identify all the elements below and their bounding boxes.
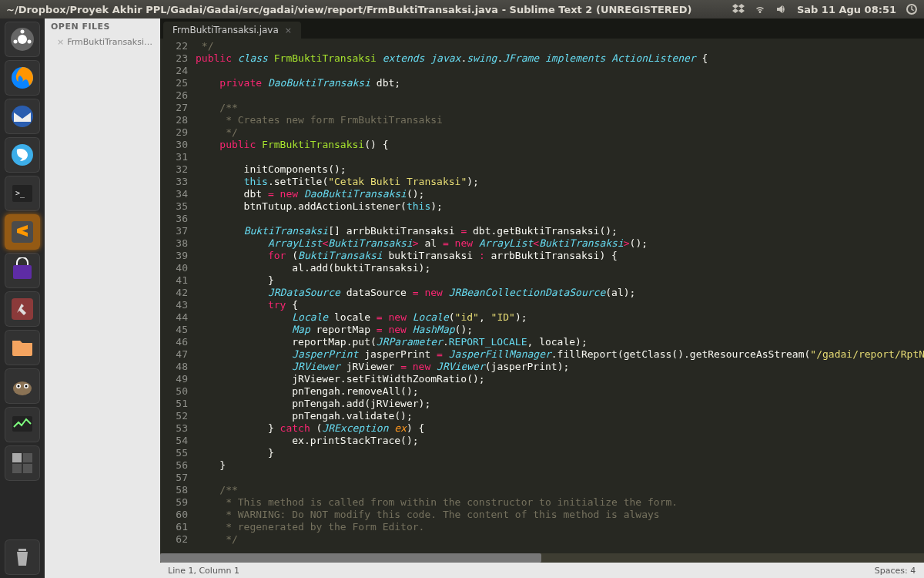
session-icon[interactable]	[906, 3, 918, 15]
launcher-dash[interactable]	[5, 22, 40, 57]
horizontal-scrollbar[interactable]	[160, 553, 924, 563]
indicator-area: Sab 11 Agu 08:51	[732, 3, 918, 15]
status-spaces[interactable]: Spaces: 4	[875, 566, 916, 576]
svg-point-4	[14, 40, 18, 44]
svg-point-17	[25, 385, 28, 388]
system-top-panel: ~/Dropbox/Proyek Akhir PPL/Gadai/Gadai/s…	[0, 0, 924, 18]
svg-point-16	[18, 385, 20, 388]
unity-launcher: >_	[0, 18, 45, 578]
launcher-gwibber[interactable]	[5, 137, 40, 173]
launcher-workspace-switcher[interactable]	[5, 445, 40, 481]
launcher-software-center[interactable]	[5, 253, 40, 288]
volume-icon[interactable]	[775, 3, 788, 15]
svg-rect-22	[23, 464, 32, 473]
launcher-gimp[interactable]	[5, 368, 40, 404]
sidebar: OPEN FILES ×FrmBuktiTransaksi.jav	[45, 18, 160, 578]
launcher-trash[interactable]	[5, 539, 40, 575]
launcher-system-monitor[interactable]	[5, 407, 40, 442]
svg-rect-20	[23, 453, 32, 462]
tab-bar: FrmBuktiTransaksi.java ×	[160, 18, 924, 39]
editor-area: FrmBuktiTransaksi.java × 22 23 24 25 26 …	[160, 18, 924, 578]
launcher-terminal[interactable]: >_	[5, 176, 40, 211]
scrollbar-thumb[interactable]	[160, 553, 541, 563]
launcher-thunderbird[interactable]	[5, 99, 40, 134]
svg-rect-19	[12, 453, 22, 462]
sidebar-file-label: FrmBuktiTransaksi.jav	[67, 37, 159, 47]
svg-point-13	[13, 381, 32, 395]
svg-point-1	[18, 35, 27, 44]
launcher-firefox[interactable]	[5, 60, 40, 96]
status-bar: Line 1, Column 1 Spaces: 4 Java	[160, 563, 924, 578]
code-view[interactable]: 22 23 24 25 26 27 28 29 30 31 32 33 34 3…	[160, 39, 924, 553]
sublime-window: OPEN FILES ×FrmBuktiTransaksi.jav FrmBuk…	[45, 18, 924, 578]
dropbox-icon[interactable]	[732, 3, 745, 15]
window-title: ~/Dropbox/Proyek Akhir PPL/Gadai/Gadai/s…	[6, 4, 732, 15]
line-number-gutter: 22 23 24 25 26 27 28 29 30 31 32 33 34 3…	[160, 39, 196, 553]
svg-point-2	[21, 30, 25, 34]
wifi-icon[interactable]	[754, 3, 766, 15]
svg-rect-21	[12, 464, 22, 473]
sidebar-open-file[interactable]: ×FrmBuktiTransaksi.jav	[45, 35, 160, 49]
tab-label: FrmBuktiTransaksi.java	[172, 25, 279, 35]
code-content[interactable]: */public class FrmBuktiTransaksi extends…	[196, 39, 924, 553]
svg-point-3	[28, 40, 32, 44]
clock[interactable]: Sab 11 Agu 08:51	[797, 4, 896, 15]
status-position[interactable]: Line 1, Column 1	[168, 566, 239, 576]
sidebar-open-files-header: OPEN FILES	[45, 18, 160, 35]
svg-rect-11	[13, 265, 32, 279]
launcher-sublime[interactable]	[5, 214, 40, 250]
launcher-files[interactable]	[5, 330, 40, 365]
close-file-icon[interactable]: ×	[57, 37, 64, 47]
launcher-settings[interactable]	[5, 291, 40, 327]
svg-text:>_: >_	[15, 189, 25, 198]
tab-file[interactable]: FrmBuktiTransaksi.java ×	[163, 22, 301, 39]
tab-close-icon[interactable]: ×	[285, 25, 292, 35]
